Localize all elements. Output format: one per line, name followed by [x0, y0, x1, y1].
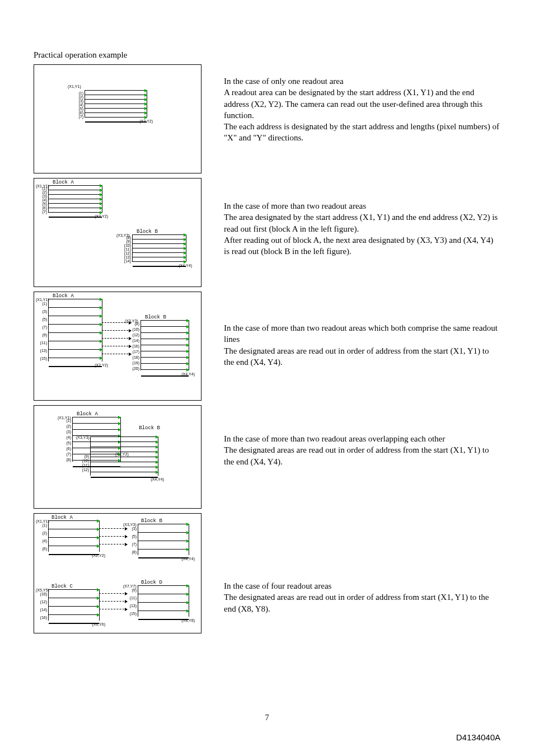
block-label: Block A — [53, 293, 74, 299]
row-labels: (10)(12)(14)(16) — [38, 590, 47, 622]
block-label: Block B — [145, 314, 166, 320]
row-labels: (8)(9)(10)(11)(12)(13)(14) — [122, 236, 131, 263]
row-labels: (1)(3)(5)(7)(9)(11)(13)(15) — [38, 300, 47, 363]
coord-label: (X8,Y8) — [181, 618, 195, 622]
coord-label: (X3,Y3) — [76, 435, 90, 439]
description-3: In the case of more than two readout are… — [224, 292, 500, 368]
example-row-1: (X1,Y1) (1)(2)(3)(4)(5)(6)(7) — [34, 64, 500, 173]
coord-label: (X2,Y2) — [139, 119, 153, 123]
block-label: Block A — [51, 515, 73, 520]
coord-label: (X4,Y4) — [179, 264, 192, 267]
figure-1: (X1,Y1) (1)(2)(3)(4)(5)(6)(7) — [34, 64, 202, 173]
block-label: Block A — [77, 411, 98, 417]
description-5: In the case of four readout areas The de… — [224, 513, 500, 614]
coord-label: (X6,Y6) — [92, 622, 105, 626]
row-labels: (8)(10)(12)(14)(16)(17)(18)(19)(20) — [130, 321, 139, 372]
example-row-2: (X1,Y1) Block A (1)(2)(3)(4)(5)(6)(7) — [34, 178, 500, 287]
row-labels: (9)(11)(13)(15) — [128, 586, 137, 618]
coord-label: (X2,Y2) — [95, 363, 108, 367]
figure-2: (X1,Y1) Block A (1)(2)(3)(4)(5)(6)(7) — [34, 178, 202, 287]
coord-label: (X2,Y2) — [92, 553, 105, 557]
block-label: Block A — [53, 180, 74, 185]
coord-label: (X4,Y4) — [181, 372, 195, 376]
coord-label: (X2,Y2) — [115, 452, 129, 456]
example-row-5: (X1,Y1) Block A (1)(2)(4)(6) (X2,Y2) — [34, 513, 500, 633]
block-label: Block C — [51, 584, 73, 589]
block-label: Block B — [137, 229, 158, 234]
example-row-4: (X1,Y1) Block A (1)(2)(3)(4)(5)(6)(7)(8) — [34, 405, 500, 509]
coord-label: (X4,Y4) — [151, 477, 164, 481]
coord-label: (X4,Y4) — [181, 557, 195, 561]
block-label: Block B — [139, 425, 160, 431]
section-heading: Practical operation example — [34, 50, 500, 60]
block-label: Block B — [141, 518, 162, 524]
description-2: In the case of more than two readout are… — [224, 178, 500, 257]
row-labels: (1)(2)(4)(6) — [38, 522, 47, 553]
row-labels: (1)(2)(3)(4)(5)(6)(7) — [38, 186, 47, 214]
row-labels: (1)(2)(3)(4)(5)(6)(7) — [74, 91, 83, 119]
figure-5: (X1,Y1) Block A (1)(2)(4)(6) (X2,Y2) — [34, 513, 202, 633]
coord-label: (X1,Y1) — [68, 84, 81, 88]
row-labels: (1)(2)(3)(4)(5)(6)(7)(8) — [62, 418, 71, 463]
figure-4: (X1,Y1) Block A (1)(2)(3)(4)(5)(6)(7)(8) — [34, 405, 202, 509]
example-row-3: (X1,Y1) Block A (1)(3)(5)(7)(9)(11)(13)(… — [34, 292, 500, 401]
document-code: D4134040A — [456, 732, 500, 742]
block-label: Block D — [141, 580, 162, 585]
figure-3: (X1,Y1) Block A (1)(3)(5)(7)(9)(11)(13)(… — [34, 292, 202, 401]
row-labels: (3)(5)(7)(8) — [128, 525, 137, 556]
description-4: In the case of more than two readout are… — [224, 405, 500, 467]
page-number: 7 — [0, 713, 534, 722]
description-1: In the case of only one readout area A r… — [224, 64, 500, 144]
row-labels: (9)(10)(11)(12) — [80, 454, 89, 472]
coord-label: (X2,Y2) — [95, 214, 108, 218]
